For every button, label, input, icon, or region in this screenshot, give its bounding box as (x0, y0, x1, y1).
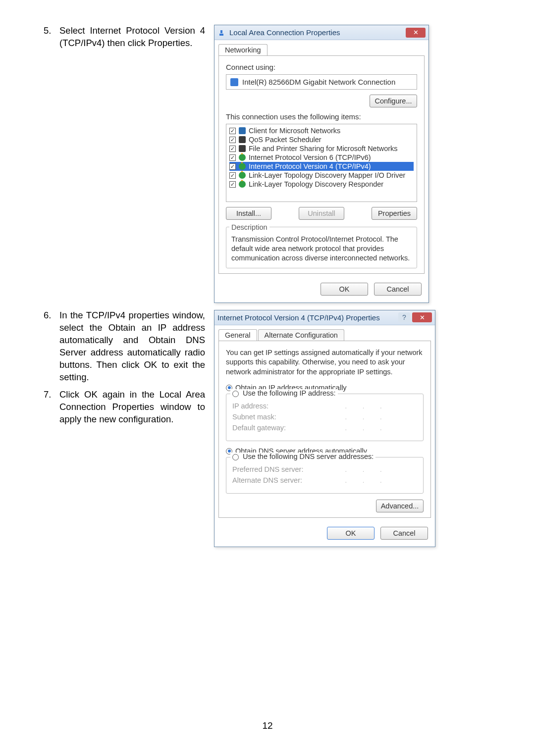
sched-icon (239, 136, 246, 143)
step-5: 5. Select Internet Protocol Version 4 (T… (44, 25, 205, 50)
ip-address-field: . . . (317, 403, 417, 410)
description-group: Description Transmission Control Protoco… (226, 227, 417, 268)
advanced-button[interactable]: Advanced... (376, 500, 424, 512)
description-text: Transmission Control Protocol/Internet P… (231, 235, 412, 263)
net-icon (239, 172, 246, 179)
checkbox-icon[interactable]: ✓ (229, 172, 236, 179)
list-item[interactable]: ✓Link-Layer Topology Discovery Responder (229, 180, 414, 189)
list-item-label: Internet Protocol Version 4 (TCP/IPv4) (249, 162, 371, 170)
adapter-field: Intel(R) 82566DM Gigabit Network Connect… (226, 74, 417, 90)
nic-icon (230, 78, 238, 86)
pc-icon (239, 127, 246, 134)
configure-button[interactable]: Configure... (370, 95, 417, 107)
preferred-dns-label: Preferred DNS server: (232, 465, 317, 473)
list-item[interactable]: ✓QoS Packet Scheduler (229, 135, 414, 144)
checkbox-icon[interactable]: ✓ (229, 154, 236, 161)
ok-button[interactable]: OK (327, 527, 374, 540)
dialog-titlebar: Internet Protocol Version 4 (TCP/IPv4) P… (214, 310, 435, 325)
list-item-label: File and Printer Sharing for Microsoft N… (249, 145, 398, 152)
list-item[interactable]: ✓Internet Protocol Version 6 (TCP/IPv6) (229, 153, 414, 162)
checkbox-icon[interactable]: ✓ (229, 181, 236, 188)
dialog-title: Internet Protocol Version 4 (TCP/IPv4) P… (217, 313, 380, 322)
uninstall-button: Uninstall (299, 207, 344, 220)
list-item-label: QoS Packet Scheduler (249, 136, 321, 144)
install-button[interactable]: Install... (226, 207, 271, 220)
dialog-title: Local Area Connection Properties (229, 28, 340, 37)
step-7: 7. Click OK again in the Local Area Conn… (44, 389, 205, 426)
properties-button[interactable]: Properties (372, 207, 417, 220)
help-icon[interactable]: ? (398, 312, 410, 322)
list-item-label: Link-Layer Topology Discovery Mapper I/O… (249, 171, 405, 179)
tab-networking[interactable]: Networking (218, 44, 268, 55)
intro-text: You can get IP settings assigned automat… (226, 348, 424, 377)
local-area-connection-dialog: Local Area Connection Properties ✕ Netwo… (214, 25, 429, 303)
net-icon (239, 181, 246, 188)
list-item[interactable]: ✓Link-Layer Topology Discovery Mapper I/… (229, 171, 414, 180)
list-item[interactable]: ✓Client for Microsoft Networks (229, 126, 414, 135)
close-icon[interactable]: ✕ (412, 312, 432, 322)
cancel-button[interactable]: Cancel (374, 283, 422, 296)
step-6: 6. In the TCP/IPv4 properties window, se… (44, 309, 205, 384)
list-item-label: Client for Microsoft Networks (249, 127, 340, 135)
subnet-mask-label: Subnet mask: (232, 413, 317, 421)
alternate-dns-label: Alternate DNS server: (232, 476, 317, 484)
default-gateway-label: Default gateway: (232, 424, 317, 432)
tab-alternate-configuration[interactable]: Alternate Configuration (258, 329, 344, 341)
preferred-dns-field: . . . (317, 466, 417, 473)
connection-items-list[interactable]: ✓Client for Microsoft Networks✓QoS Packe… (226, 124, 417, 202)
ok-button[interactable]: OK (321, 283, 368, 296)
network-icon (217, 29, 225, 37)
close-icon[interactable]: ✕ (406, 28, 426, 38)
radio-ip-manual[interactable] (232, 391, 239, 397)
ip-address-label: IP address: (232, 402, 317, 410)
cancel-button[interactable]: Cancel (380, 527, 428, 540)
page-number: 12 (0, 720, 535, 731)
default-gateway-field: . . . (317, 424, 417, 432)
radio-dns-manual[interactable] (232, 454, 239, 460)
checkbox-icon[interactable]: ✓ (229, 128, 236, 134)
description-legend: Description (229, 223, 269, 231)
alternate-dns-field: . . . (317, 477, 417, 484)
checkbox-icon[interactable]: ✓ (229, 163, 236, 170)
checkbox-icon[interactable]: ✓ (229, 137, 236, 143)
subnet-mask-field: . . . (317, 413, 417, 421)
list-item[interactable]: ✓File and Printer Sharing for Microsoft … (229, 144, 414, 153)
tab-general[interactable]: General (218, 329, 257, 341)
instructions-column: 5. Select Internet Protocol Version 4 (T… (44, 25, 205, 547)
net-icon (239, 154, 246, 161)
svg-rect-0 (219, 34, 223, 36)
dialog-titlebar: Local Area Connection Properties ✕ (214, 25, 428, 40)
tcpip-properties-dialog: Internet Protocol Version 4 (TCP/IPv4) P… (214, 310, 435, 548)
net-icon (239, 163, 246, 170)
ip-manual-group: Use the following IP address: IP address… (226, 394, 424, 441)
svg-rect-1 (220, 30, 222, 33)
checkbox-icon[interactable]: ✓ (229, 146, 236, 152)
sched-icon (239, 145, 246, 152)
list-item-label: Link-Layer Topology Discovery Responder (249, 180, 383, 188)
connect-using-label: Connect using: (226, 63, 417, 71)
dns-manual-group: Use the following DNS server addresses: … (226, 457, 424, 494)
uses-label: This connection uses the following items… (226, 112, 417, 121)
list-item[interactable]: ✓Internet Protocol Version 4 (TCP/IPv4) (229, 162, 414, 171)
list-item-label: Internet Protocol Version 6 (TCP/IPv6) (249, 153, 371, 161)
adapter-name: Intel(R) 82566DM Gigabit Network Connect… (242, 78, 395, 86)
